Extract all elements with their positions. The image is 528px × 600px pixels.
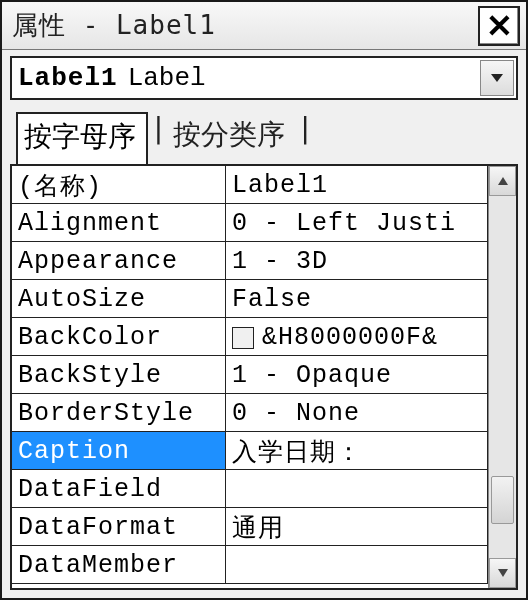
svg-marker-1 xyxy=(498,177,508,185)
property-value-cell[interactable]: 1 - Opaque xyxy=(226,356,488,394)
property-value-cell[interactable] xyxy=(226,470,488,508)
property-value-text: 0 - Left Justi xyxy=(232,209,456,238)
property-name-cell[interactable]: BackColor xyxy=(12,318,226,356)
property-name-cell[interactable]: (名称) xyxy=(12,166,226,204)
property-grid-wrap: (名称)Label1Alignment0 - Left JustiAppeara… xyxy=(10,164,518,590)
chevron-up-icon xyxy=(497,176,509,186)
scroll-up-button[interactable] xyxy=(489,166,516,196)
property-name-cell[interactable]: BackStyle xyxy=(12,356,226,394)
tab-divider: | xyxy=(293,112,318,164)
property-name-cell[interactable]: Caption xyxy=(12,432,226,470)
tab-divider: | xyxy=(146,112,171,164)
titlebar: 属性 - Label1 ✕ xyxy=(2,2,526,50)
property-value-text: 入学日期： xyxy=(232,435,362,468)
tab-categorized[interactable]: 按分类序 xyxy=(171,112,295,164)
object-selector-dropdown-button[interactable] xyxy=(480,60,514,96)
scrollbar-thumb[interactable] xyxy=(491,476,514,524)
property-grid[interactable]: (名称)Label1Alignment0 - Left JustiAppeara… xyxy=(12,166,488,588)
property-value-text: Label1 xyxy=(232,171,328,200)
tab-alphabetic[interactable]: 按字母序 xyxy=(16,112,148,164)
property-value-text: 1 - 3D xyxy=(232,247,328,276)
property-name-cell[interactable]: DataField xyxy=(12,470,226,508)
svg-marker-0 xyxy=(491,74,503,82)
vertical-scrollbar[interactable] xyxy=(488,166,516,588)
property-value-cell[interactable] xyxy=(226,546,488,584)
close-icon: ✕ xyxy=(486,10,513,42)
svg-marker-2 xyxy=(498,569,508,577)
tab-categorized-label: 按分类序 xyxy=(173,118,285,151)
object-selector-row: Label1 Label xyxy=(2,50,526,104)
object-name: Label1 xyxy=(12,63,118,93)
property-value-cell[interactable]: 通用 xyxy=(226,508,488,546)
property-value-text: 0 - None xyxy=(232,399,360,428)
property-name-cell[interactable]: BorderStyle xyxy=(12,394,226,432)
scroll-down-button[interactable] xyxy=(489,558,516,588)
property-name-cell[interactable]: Appearance xyxy=(12,242,226,280)
color-swatch[interactable] xyxy=(232,327,254,349)
chevron-down-icon xyxy=(497,568,509,578)
object-selector-combo[interactable]: Label1 Label xyxy=(10,56,518,100)
property-value-text: 通用 xyxy=(232,511,284,544)
tabs: 按字母序 | 按分类序 | xyxy=(2,104,526,164)
property-value-text: &H8000000F& xyxy=(262,323,438,352)
property-value-cell[interactable]: 0 - Left Justi xyxy=(226,204,488,242)
property-name-cell[interactable]: DataMember xyxy=(12,546,226,584)
scrollbar-track[interactable] xyxy=(489,196,516,558)
property-value-text: 1 - Opaque xyxy=(232,361,392,390)
property-value-cell[interactable]: 入学日期： xyxy=(226,432,488,470)
property-value-cell[interactable]: 1 - 3D xyxy=(226,242,488,280)
property-name-cell[interactable]: AutoSize xyxy=(12,280,226,318)
property-value-cell[interactable]: &H8000000F& xyxy=(226,318,488,356)
property-name-cell[interactable]: DataFormat xyxy=(12,508,226,546)
property-value-cell[interactable]: 0 - None xyxy=(226,394,488,432)
chevron-down-icon xyxy=(490,73,504,83)
window-title: 属性 - Label1 xyxy=(12,8,478,43)
close-button[interactable]: ✕ xyxy=(478,6,520,46)
property-value-cell[interactable]: False xyxy=(226,280,488,318)
property-value-text: False xyxy=(232,285,312,314)
property-name-cell[interactable]: Alignment xyxy=(12,204,226,242)
property-value-cell[interactable]: Label1 xyxy=(226,166,488,204)
properties-window: 属性 - Label1 ✕ Label1 Label 按字母序 | 按分类序 |… xyxy=(0,0,528,600)
tab-alphabetic-label: 按字母序 xyxy=(24,120,136,153)
object-type: Label xyxy=(118,63,206,93)
